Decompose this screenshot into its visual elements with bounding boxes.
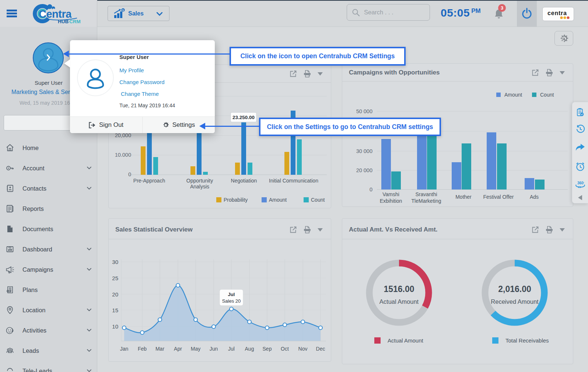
svg-text:15: 15 xyxy=(112,307,118,313)
svg-text:Sravanthi: Sravanthi xyxy=(415,191,437,197)
svg-text:25: 25 xyxy=(112,275,118,281)
svg-text:20 000: 20 000 xyxy=(356,167,372,173)
svg-text:Centra: Centra xyxy=(39,8,72,20)
svg-text:23.250.00: 23.250.00 xyxy=(232,115,255,120)
svg-text:Jan: Jan xyxy=(120,346,129,352)
svg-text:Opportunity: Opportunity xyxy=(186,178,213,184)
svg-text:Exbihition: Exbihition xyxy=(380,198,402,204)
svg-text:Aug: Aug xyxy=(245,346,254,352)
svg-text:30: 30 xyxy=(112,259,118,265)
svg-text:Festival Offer: Festival Offer xyxy=(483,194,514,200)
svg-text:May: May xyxy=(191,346,200,352)
svg-text:Nov: Nov xyxy=(298,346,308,352)
svg-text:Jul: Jul xyxy=(228,346,235,352)
svg-text:20: 20 xyxy=(112,291,118,298)
svg-text:Actual Amount: Actual Amount xyxy=(379,298,419,305)
svg-text:Dec: Dec xyxy=(316,346,325,352)
svg-text:Apr: Apr xyxy=(174,346,182,352)
svg-text:Amount: Amount xyxy=(504,92,522,98)
svg-text:Vamshi: Vamshi xyxy=(382,191,399,197)
svg-text:Sales 20: Sales 20 xyxy=(222,298,241,304)
svg-text:CRM: CRM xyxy=(69,19,81,24)
svg-text:centra: centra xyxy=(547,10,567,16)
svg-text:$: $ xyxy=(122,8,124,12)
svg-text:Jun: Jun xyxy=(210,346,218,352)
svg-text:Amount: Amount xyxy=(269,197,287,203)
svg-text:Actual Amount: Actual Amount xyxy=(388,337,424,344)
svg-text:20,000: 20,000 xyxy=(115,132,131,138)
svg-text:TleMarketing: TleMarketing xyxy=(412,198,441,204)
svg-text:Sep: Sep xyxy=(263,346,272,352)
svg-text:Feb: Feb xyxy=(138,346,147,352)
svg-text:Negotiation: Negotiation xyxy=(231,178,257,184)
svg-text:Ads: Ads xyxy=(530,194,539,200)
svg-text:2,016.00: 2,016.00 xyxy=(498,284,531,294)
svg-text:50 000: 50 000 xyxy=(356,108,372,114)
svg-text:Total Receivables: Total Receivables xyxy=(505,337,549,344)
svg-text:10: 10 xyxy=(112,323,118,330)
svg-text:0: 0 xyxy=(370,187,372,192)
svg-text:Mother: Mother xyxy=(455,194,472,200)
svg-text:Initial Communication: Initial Communication xyxy=(269,178,318,184)
svg-text:10.000: 10.000 xyxy=(115,152,131,158)
svg-text:Oct: Oct xyxy=(281,346,289,352)
svg-text:Count: Count xyxy=(540,92,554,98)
svg-text:HUB: HUB xyxy=(58,19,69,24)
svg-text:1516.00: 1516.00 xyxy=(384,284,414,294)
svg-text:Received Amount: Received Amount xyxy=(491,298,539,305)
svg-text:Probability: Probability xyxy=(224,197,248,203)
svg-text:Pre-Approach: Pre-Approach xyxy=(133,178,165,184)
svg-text:Analysis: Analysis xyxy=(190,184,209,190)
svg-text:Count: Count xyxy=(311,197,325,203)
svg-text:30 000: 30 000 xyxy=(356,148,372,154)
svg-text:0: 0 xyxy=(128,171,131,177)
svg-text:Mar: Mar xyxy=(155,346,164,352)
svg-text:o: o xyxy=(583,181,584,184)
svg-text:Jul: Jul xyxy=(228,292,235,297)
